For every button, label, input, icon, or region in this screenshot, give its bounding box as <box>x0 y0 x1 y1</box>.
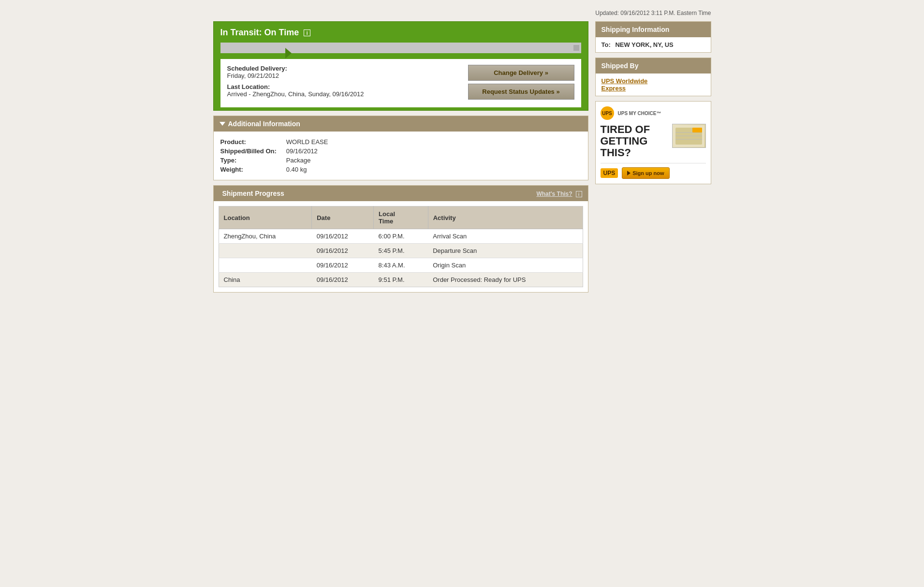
ups-choice-label: UPS MY CHOICE™ <box>618 111 661 116</box>
last-location-value: Arrived - ZhengZhou, China, Sunday, 09/1… <box>227 90 458 98</box>
transit-banner: In Transit: On Time i Sched <box>213 21 588 111</box>
svg-rect-5 <box>692 128 702 132</box>
cell-date: 09/16/2012 <box>312 244 374 258</box>
additional-info-body: Product: WORLD EASE Shipped/Billed On: 0… <box>214 132 588 180</box>
col-location: Location <box>219 206 312 229</box>
shipping-info-box: Shipping Information To: NEW YORK, NY, U… <box>595 21 711 53</box>
cell-location: ZhengZhou, China <box>219 229 312 244</box>
whats-this-icon[interactable]: i <box>576 191 582 197</box>
request-updates-button[interactable]: Request Status Updates » <box>468 84 574 100</box>
cell-activity: Origin Scan <box>428 258 583 273</box>
shipped-by-header: Shipped By <box>596 58 711 73</box>
shipping-to-label: To: <box>601 41 611 48</box>
cell-date: 09/16/2012 <box>312 229 374 244</box>
col-time: LocalTime <box>374 206 428 229</box>
ad-image <box>672 124 706 148</box>
transit-info-icon[interactable]: i <box>304 29 310 36</box>
whats-this-container: What's This? i <box>536 190 582 197</box>
table-row: ZhengZhou, China09/16/20126:00 P.M.Arriv… <box>219 229 583 244</box>
weight-label: Weight: <box>220 166 277 173</box>
shipping-to-value: NEW YORK, NY, US <box>615 41 673 48</box>
signup-button[interactable]: Sign up now <box>622 167 669 179</box>
transit-title: In Transit: On Time i <box>220 28 581 38</box>
transit-buttons: Change Delivery » Request Status Updates… <box>468 65 574 100</box>
ups-choice-ad: UPS UPS MY CHOICE™ TIRED OF GETTING THIS… <box>595 101 711 184</box>
col-activity: Activity <box>428 206 583 229</box>
cell-time: 8:43 A.M. <box>374 258 428 273</box>
left-panel: In Transit: On Time i Sched <box>213 21 588 297</box>
cell-date: 09/16/2012 <box>312 258 374 273</box>
play-icon <box>627 171 631 176</box>
cell-date: 09/16/2012 <box>312 273 374 287</box>
transit-details: Scheduled Delivery: Friday, 09/21/2012 L… <box>220 59 581 107</box>
shipped-billed-value: 09/16/2012 <box>286 147 581 155</box>
shipped-by-box: Shipped By UPS WorldwideExpress <box>595 58 711 96</box>
additional-info-header[interactable]: Additional Information <box>214 116 588 132</box>
cell-activity: Order Processed: Ready for UPS <box>428 273 583 287</box>
cell-time: 5:45 P.M. <box>374 244 428 258</box>
ups-choice-header: UPS UPS MY CHOICE™ <box>601 106 706 120</box>
ad-content: TIRED OF GETTING THIS? <box>601 124 706 159</box>
right-panel: Shipping Information To: NEW YORK, NY, U… <box>595 21 711 184</box>
cell-activity: Arrival Scan <box>428 229 583 244</box>
progress-bar-container <box>220 43 581 53</box>
cell-time: 6:00 P.M. <box>374 229 428 244</box>
shipment-progress-header-left: Shipment Progress <box>220 190 284 197</box>
shipment-progress-header: Shipment Progress What's This? i <box>214 186 588 201</box>
shipped-by-body: UPS WorldwideExpress <box>596 73 711 96</box>
shipped-billed-label: Shipped/Billed On: <box>220 147 277 155</box>
ad-headline: TIRED OF GETTING THIS? <box>601 124 668 159</box>
cell-location <box>219 258 312 273</box>
table-row: 09/16/20125:45 P.M.Departure Scan <box>219 244 583 258</box>
last-location-label: Last Location: <box>227 83 458 90</box>
ups-logo: UPS <box>601 168 618 178</box>
cell-location: China <box>219 273 312 287</box>
product-value: WORLD EASE <box>286 138 581 146</box>
progress-table-wrapper: Location Date LocalTime Activity ZhengZh… <box>214 201 588 292</box>
scheduled-delivery-label: Scheduled Delivery: <box>227 65 458 72</box>
cell-activity: Departure Scan <box>428 244 583 258</box>
info-grid: Product: WORLD EASE Shipped/Billed On: 0… <box>220 138 581 173</box>
transit-info-left: Scheduled Delivery: Friday, 09/21/2012 L… <box>227 65 458 102</box>
type-value: Package <box>286 157 581 164</box>
shipment-progress-section: Shipment Progress What's This? i Locatio… <box>213 185 588 293</box>
type-label: Type: <box>220 157 277 164</box>
scheduled-delivery-value: Friday, 09/21/2012 <box>227 72 458 79</box>
col-date: Date <box>312 206 374 229</box>
shipping-info-header: Shipping Information <box>596 22 711 37</box>
progress-end-marker <box>573 45 579 51</box>
product-label: Product: <box>220 138 277 146</box>
table-row: China09/16/20129:51 P.M.Order Processed:… <box>219 273 583 287</box>
cell-time: 9:51 P.M. <box>374 273 428 287</box>
ups-shield-icon: UPS <box>601 106 614 120</box>
cell-location <box>219 244 312 258</box>
collapse-triangle-icon <box>220 122 225 126</box>
shipped-by-link[interactable]: UPS WorldwideExpress <box>601 77 648 92</box>
shipping-info-body: To: NEW YORK, NY, US <box>596 37 711 52</box>
change-delivery-button[interactable]: Change Delivery » <box>468 65 574 81</box>
ups-choice-ad-inner: UPS UPS MY CHOICE™ TIRED OF GETTING THIS… <box>596 102 711 184</box>
progress-table: Location Date LocalTime Activity ZhengZh… <box>219 206 583 287</box>
update-time: Updated: 09/16/2012 3:11 P.M. Eastern Ti… <box>213 10 711 16</box>
whats-this-link[interactable]: What's This? <box>536 191 572 197</box>
progress-bar-track <box>220 43 581 53</box>
additional-info-section: Additional Information Product: WORLD EA… <box>213 116 588 180</box>
table-row: 09/16/20128:43 A.M.Origin Scan <box>219 258 583 273</box>
ad-footer: UPS Sign up now <box>601 163 706 179</box>
weight-value: 0.40 kg <box>286 166 581 173</box>
